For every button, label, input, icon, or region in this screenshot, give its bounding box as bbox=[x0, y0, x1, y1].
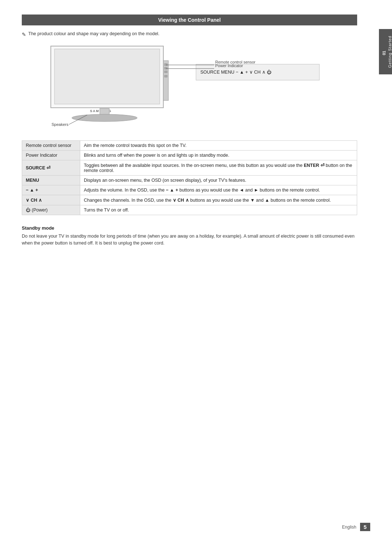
section-header: Viewing the Control Panel bbox=[22, 15, 357, 25]
table-row: MENU Displays an on-screen menu, the OSD… bbox=[22, 176, 357, 185]
table-cell-label: MENU bbox=[22, 176, 80, 185]
strip-btn-4 bbox=[164, 75, 167, 77]
table-row: SOURCE ⏎ Toggles between all the availab… bbox=[22, 160, 357, 176]
standby-text: Do not leave your TV in standby mode for… bbox=[22, 233, 357, 247]
table-row: Power Indicator Blinks and turns off whe… bbox=[22, 151, 357, 160]
table-cell-desc: Turns the TV on or off. bbox=[80, 205, 357, 215]
table-cell-label: Power Indicator bbox=[22, 151, 80, 160]
control-table: Remote control sensor Aim the remote con… bbox=[22, 140, 357, 215]
table-cell-label: SOURCE ⏎ bbox=[22, 160, 80, 176]
table-cell-label: − ▲ + bbox=[22, 185, 80, 195]
table-cell-label: ⏻ (Power) bbox=[22, 205, 80, 215]
table-cell-desc: Changes the channels. In the OSD, use th… bbox=[80, 195, 357, 205]
page-number: 5 bbox=[360, 523, 370, 531]
menu-label: MENU bbox=[26, 178, 39, 183]
side-tab-text: Getting Started bbox=[388, 36, 392, 68]
strip-btn-3 bbox=[164, 71, 167, 73]
table-cell-label: ∨ CH ∧ bbox=[22, 195, 80, 205]
table-cell-desc: Adjusts the volume. In the OSD, use the … bbox=[80, 185, 357, 195]
source-label: SOURCE ⏎ bbox=[26, 165, 50, 171]
table-row: ∨ CH ∧ Changes the channels. In the OSD,… bbox=[22, 195, 357, 205]
standby-section: Standby mode Do not leave your TV in sta… bbox=[22, 225, 357, 247]
side-tab-number: 01 bbox=[382, 50, 386, 55]
table-cell-label: Remote control sensor bbox=[22, 141, 80, 151]
note-icon: ✎ bbox=[22, 32, 26, 37]
table-cell-desc: Blinks and turns off when the power is o… bbox=[80, 151, 357, 160]
strip-btn-1 bbox=[164, 63, 167, 66]
side-tab: 01 Getting Started bbox=[379, 29, 392, 74]
power-label: ⏻ (Power) bbox=[26, 208, 48, 213]
standby-title: Standby mode bbox=[22, 225, 357, 231]
note-text: The product colour and shape may vary de… bbox=[28, 31, 159, 36]
strip-btn-2 bbox=[164, 67, 167, 69]
table-row: − ▲ + Adjusts the volume. In the OSD, us… bbox=[22, 185, 357, 195]
control-strip bbox=[163, 61, 168, 100]
table-cell-desc: Aim the remote control towards this spot… bbox=[80, 141, 357, 151]
note-line: ✎ The product colour and shape may vary … bbox=[22, 31, 357, 37]
speakers-label: Speakers bbox=[52, 122, 69, 127]
footer-lang: English bbox=[342, 525, 356, 530]
volume-label: − ▲ + bbox=[26, 188, 38, 193]
table-cell-desc: Toggles between all the available input … bbox=[80, 160, 357, 176]
table-row: Remote control sensor Aim the remote con… bbox=[22, 141, 357, 151]
page-footer: English 5 bbox=[342, 523, 370, 531]
tv-diagram-svg: SAMSUNG SOURCE MENU − ▲ + ∨ CH ∧ ⏻ Remot… bbox=[22, 42, 327, 133]
page-container: 01 Getting Started Viewing the Control P… bbox=[0, 0, 392, 542]
label-power-indicator: Power Indicator bbox=[215, 63, 243, 68]
table-row: ⏻ (Power) Turns the TV on or off. bbox=[22, 205, 357, 215]
diagram-area: SAMSUNG SOURCE MENU − ▲ + ∨ CH ∧ ⏻ Remot… bbox=[22, 42, 327, 133]
channel-label: ∨ CH ∧ bbox=[26, 198, 42, 203]
tv-inner-screen bbox=[54, 49, 160, 104]
table-cell-desc: Displays an on-screen menu, the OSD (on … bbox=[80, 176, 357, 185]
control-panel-text: SOURCE MENU − ▲ + ∨ CH ∧ ⏻ bbox=[200, 69, 271, 75]
